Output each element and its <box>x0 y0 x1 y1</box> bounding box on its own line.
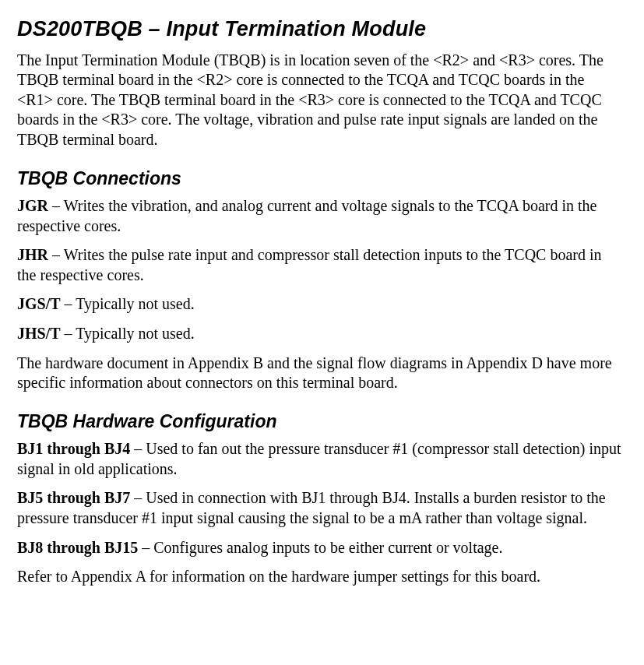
connection-sep: – <box>61 325 76 342</box>
connection-item: JHR – Writes the pulse rate input and co… <box>17 245 622 285</box>
hardware-item: BJ8 through BJ15 – Configures analog inp… <box>17 538 622 558</box>
connection-label: JHS/T <box>17 325 61 342</box>
intro-paragraph: The Input Termination Module (TBQB) is i… <box>17 51 622 150</box>
hardware-label: BJ8 through BJ15 <box>17 539 138 556</box>
connection-label: JGS/T <box>17 295 61 312</box>
connection-label: JGR <box>17 197 48 214</box>
connection-desc: Typically not used. <box>76 325 194 342</box>
hardware-label: BJ1 through BJ4 <box>17 440 130 457</box>
connection-sep: – <box>48 246 64 263</box>
connection-item: JGS/T – Typically not used. <box>17 294 622 315</box>
page-title: DS200TBQB – Input Termination Module <box>17 16 622 43</box>
connection-desc: Typically not used. <box>76 295 194 312</box>
hardware-label: BJ5 through BJ7 <box>17 489 130 506</box>
hardware-desc: Configures analog inputs to be either cu… <box>153 539 502 556</box>
connection-sep: – <box>61 295 76 312</box>
connection-item: JGR – Writes the vibration, and analog c… <box>17 196 622 236</box>
hardware-item: BJ1 through BJ4 – Used to fan out the pr… <box>17 439 622 479</box>
hardware-sep: – <box>138 539 153 556</box>
hardware-sep: – <box>130 489 146 506</box>
connection-item: JHS/T – Typically not used. <box>17 324 622 344</box>
connection-desc: Writes the vibration, and analog current… <box>17 197 596 234</box>
connections-heading: TBQB Connections <box>17 167 622 190</box>
hardware-item: BJ5 through BJ7 – Used in connection wit… <box>17 488 622 528</box>
connection-label: JHR <box>17 246 48 263</box>
hardware-sep: – <box>130 440 146 457</box>
connection-desc: Writes the pulse rate input and compress… <box>17 246 602 283</box>
connections-trailing: The hardware document in Appendix B and … <box>17 354 622 393</box>
hardware-heading: TBQB Hardware Configuration <box>17 410 622 433</box>
connection-sep: – <box>48 197 64 214</box>
hardware-trailing: Refer to Appendix A for information on t… <box>17 567 622 587</box>
